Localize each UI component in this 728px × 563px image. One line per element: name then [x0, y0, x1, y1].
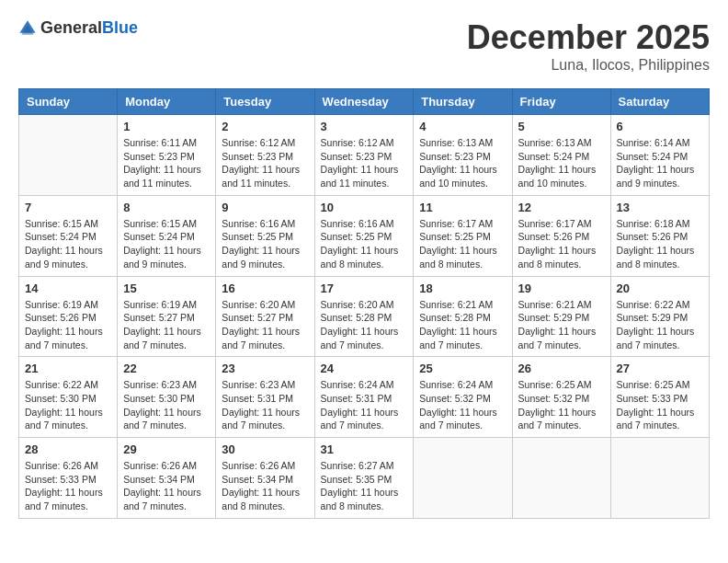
sunrise-label: Sunrise: 6:15 AM: [25, 218, 98, 229]
daylight-label: Daylight: 11 hours and 8 minutes.: [321, 245, 399, 270]
sunset-label: Sunset: 5:24 PM: [25, 231, 97, 242]
sunrise-label: Sunrise: 6:20 AM: [222, 299, 295, 310]
table-row: 26Sunrise: 6:25 AMSunset: 5:32 PMDayligh…: [512, 357, 610, 438]
sunset-label: Sunset: 5:26 PM: [617, 231, 688, 242]
sunset-label: Sunset: 5:34 PM: [222, 474, 293, 485]
cell-content: Sunrise: 6:14 AMSunset: 5:24 PMDaylight:…: [617, 136, 703, 190]
table-row: 8Sunrise: 6:15 AMSunset: 5:24 PMDaylight…: [118, 195, 216, 276]
cell-content: Sunrise: 6:19 AMSunset: 5:26 PMDaylight:…: [25, 298, 111, 352]
table-row: 6Sunrise: 6:14 AMSunset: 5:24 PMDaylight…: [610, 115, 709, 196]
table-row: 1Sunrise: 6:11 AMSunset: 5:23 PMDaylight…: [118, 115, 216, 196]
sunrise-label: Sunrise: 6:17 AM: [419, 218, 493, 229]
daylight-label: Daylight: 11 hours and 9 minutes.: [617, 164, 695, 189]
sunset-label: Sunset: 5:27 PM: [123, 312, 195, 323]
day-number: 30: [222, 442, 308, 456]
sunrise-label: Sunrise: 6:11 AM: [123, 137, 197, 148]
calendar-week-row: 7Sunrise: 6:15 AMSunset: 5:24 PMDaylight…: [19, 195, 710, 276]
daylight-label: Daylight: 11 hours and 7 minutes.: [518, 326, 597, 350]
sunset-label: Sunset: 5:26 PM: [25, 312, 97, 323]
sunrise-label: Sunrise: 6:24 AM: [321, 379, 394, 390]
sunrise-label: Sunrise: 6:13 AM: [518, 137, 592, 148]
day-number: 22: [123, 362, 210, 375]
table-row: [19, 115, 118, 196]
sunset-label: Sunset: 5:25 PM: [222, 231, 293, 242]
day-number: 11: [419, 201, 506, 214]
sunrise-label: Sunrise: 6:19 AM: [123, 299, 197, 310]
table-row: 15Sunrise: 6:19 AMSunset: 5:27 PMDayligh…: [118, 276, 216, 357]
table-row: 30Sunrise: 6:26 AMSunset: 5:34 PMDayligh…: [216, 438, 314, 519]
calendar-week-row: 28Sunrise: 6:26 AMSunset: 5:33 PMDayligh…: [19, 438, 710, 519]
table-row: 10Sunrise: 6:16 AMSunset: 5:25 PMDayligh…: [314, 195, 414, 276]
sunset-label: Sunset: 5:24 PM: [617, 151, 688, 162]
sunset-label: Sunset: 5:30 PM: [123, 393, 195, 404]
calendar-week-row: 1Sunrise: 6:11 AMSunset: 5:23 PMDaylight…: [19, 115, 710, 196]
sunset-label: Sunset: 5:26 PM: [518, 231, 590, 242]
cell-content: Sunrise: 6:17 AMSunset: 5:26 PMDaylight:…: [518, 217, 605, 271]
daylight-label: Daylight: 11 hours and 8 minutes.: [321, 487, 399, 511]
sunrise-label: Sunrise: 6:26 AM: [25, 460, 98, 471]
col-sunday: Sunday: [19, 89, 118, 115]
daylight-label: Daylight: 11 hours and 7 minutes.: [25, 407, 103, 431]
table-row: 27Sunrise: 6:25 AMSunset: 5:33 PMDayligh…: [610, 357, 709, 438]
sunrise-label: Sunrise: 6:21 AM: [419, 299, 493, 310]
sunrise-label: Sunrise: 6:27 AM: [321, 460, 394, 471]
table-row: 7Sunrise: 6:15 AMSunset: 5:24 PMDaylight…: [19, 195, 118, 276]
table-row: [512, 438, 610, 519]
sunset-label: Sunset: 5:34 PM: [123, 474, 195, 485]
sunset-label: Sunset: 5:33 PM: [617, 393, 688, 404]
day-number: 8: [123, 201, 210, 214]
sunrise-label: Sunrise: 6:15 AM: [123, 218, 197, 229]
sunset-label: Sunset: 5:30 PM: [25, 393, 97, 404]
sunrise-label: Sunrise: 6:14 AM: [617, 137, 690, 148]
calendar-header-row: Sunday Monday Tuesday Wednesday Thursday…: [19, 89, 710, 115]
cell-content: Sunrise: 6:12 AMSunset: 5:23 PMDaylight:…: [222, 136, 308, 190]
day-number: 23: [222, 362, 308, 375]
sunrise-label: Sunrise: 6:17 AM: [518, 218, 592, 229]
cell-content: Sunrise: 6:26 AMSunset: 5:34 PMDaylight:…: [222, 459, 308, 513]
table-row: 11Sunrise: 6:17 AMSunset: 5:25 PMDayligh…: [414, 195, 512, 276]
daylight-label: Daylight: 11 hours and 7 minutes.: [419, 407, 497, 431]
table-row: 23Sunrise: 6:23 AMSunset: 5:31 PMDayligh…: [216, 357, 314, 438]
day-number: 29: [123, 442, 210, 456]
cell-content: Sunrise: 6:18 AMSunset: 5:26 PMDaylight:…: [617, 217, 703, 271]
sunset-label: Sunset: 5:33 PM: [25, 474, 97, 485]
daylight-label: Daylight: 11 hours and 7 minutes.: [123, 326, 201, 350]
cell-content: Sunrise: 6:26 AMSunset: 5:34 PMDaylight:…: [123, 459, 210, 513]
sunset-label: Sunset: 5:32 PM: [419, 393, 491, 404]
cell-content: Sunrise: 6:12 AMSunset: 5:23 PMDaylight:…: [321, 136, 408, 190]
sunrise-label: Sunrise: 6:24 AM: [419, 379, 493, 390]
sunrise-label: Sunrise: 6:21 AM: [518, 299, 592, 310]
logo-general: General: [40, 18, 102, 37]
day-number: 26: [518, 362, 605, 375]
day-number: 27: [617, 362, 703, 375]
col-tuesday: Tuesday: [216, 89, 314, 115]
sunset-label: Sunset: 5:23 PM: [123, 151, 195, 162]
daylight-label: Daylight: 11 hours and 7 minutes.: [321, 326, 399, 350]
sunrise-label: Sunrise: 6:20 AM: [321, 299, 394, 310]
daylight-label: Daylight: 11 hours and 9 minutes.: [123, 245, 201, 270]
cell-content: Sunrise: 6:24 AMSunset: 5:31 PMDaylight:…: [321, 378, 408, 432]
table-row: 2Sunrise: 6:12 AMSunset: 5:23 PMDaylight…: [216, 115, 314, 196]
table-row: 14Sunrise: 6:19 AMSunset: 5:26 PMDayligh…: [19, 276, 118, 357]
sunset-label: Sunset: 5:32 PM: [518, 393, 590, 404]
daylight-label: Daylight: 11 hours and 9 minutes.: [25, 245, 103, 270]
day-number: 21: [25, 362, 111, 375]
sunrise-label: Sunrise: 6:13 AM: [419, 137, 493, 148]
sunset-label: Sunset: 5:28 PM: [321, 312, 392, 323]
table-row: 3Sunrise: 6:12 AMSunset: 5:23 PMDaylight…: [314, 115, 414, 196]
day-number: 6: [617, 120, 703, 133]
day-number: 4: [419, 120, 506, 133]
sunrise-label: Sunrise: 6:25 AM: [617, 379, 690, 390]
daylight-label: Daylight: 11 hours and 8 minutes.: [617, 245, 695, 270]
cell-content: Sunrise: 6:21 AMSunset: 5:29 PMDaylight:…: [518, 298, 605, 352]
sunrise-label: Sunrise: 6:26 AM: [222, 460, 295, 471]
sunrise-label: Sunrise: 6:12 AM: [222, 137, 295, 148]
daylight-label: Daylight: 11 hours and 11 minutes.: [222, 164, 300, 189]
cell-content: Sunrise: 6:17 AMSunset: 5:25 PMDaylight:…: [419, 217, 506, 271]
cell-content: Sunrise: 6:23 AMSunset: 5:31 PMDaylight:…: [222, 378, 308, 432]
logo: GeneralBlue: [18, 18, 138, 38]
table-row: 17Sunrise: 6:20 AMSunset: 5:28 PMDayligh…: [314, 276, 414, 357]
daylight-label: Daylight: 11 hours and 8 minutes.: [419, 245, 497, 270]
sunset-label: Sunset: 5:31 PM: [222, 393, 293, 404]
day-number: 31: [321, 442, 408, 456]
